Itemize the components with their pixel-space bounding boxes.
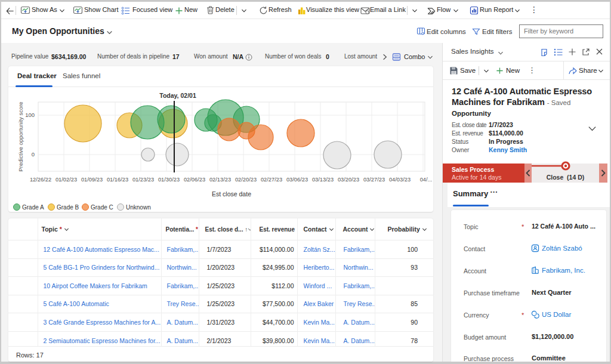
svg-text:04/...: 04/... bbox=[420, 177, 433, 183]
svg-text:100: 100 bbox=[25, 112, 35, 118]
svg-text:04/03/23: 04/03/23 bbox=[389, 177, 411, 183]
svg-text:03/27/23: 03/27/23 bbox=[363, 177, 385, 183]
svg-text:01/09/23: 01/09/23 bbox=[81, 177, 103, 183]
svg-text:03/13/23: 03/13/23 bbox=[312, 177, 334, 183]
svg-text:Predictive opportunity score: Predictive opportunity score bbox=[17, 101, 24, 171]
svg-text:Grade A: Grade A bbox=[22, 204, 44, 211]
svg-text:01/02/23: 01/02/23 bbox=[55, 177, 77, 183]
svg-text:03/06/23: 03/06/23 bbox=[286, 177, 308, 183]
svg-text:02/13/23: 02/13/23 bbox=[209, 177, 231, 183]
svg-text:0: 0 bbox=[32, 151, 35, 158]
svg-text:02/06/23: 02/06/23 bbox=[184, 177, 205, 183]
svg-text:Grade C: Grade C bbox=[91, 204, 113, 211]
svg-text:01/30/23: 01/30/23 bbox=[158, 177, 180, 183]
svg-text:Est close date: Est close date bbox=[212, 190, 251, 198]
svg-text:12/26/22: 12/26/22 bbox=[30, 177, 51, 183]
svg-text:Unknown: Unknown bbox=[126, 204, 151, 211]
svg-text:01/16/23: 01/16/23 bbox=[107, 177, 128, 183]
svg-text:Grade B: Grade B bbox=[57, 204, 79, 211]
svg-text:02/20/23: 02/20/23 bbox=[235, 177, 257, 183]
svg-text:03/20/23: 03/20/23 bbox=[338, 177, 359, 183]
svg-text:02/27/23: 02/27/23 bbox=[261, 177, 282, 183]
svg-text:Today, 02/01: Today, 02/01 bbox=[159, 92, 196, 99]
svg-text:01/23/23: 01/23/23 bbox=[132, 177, 154, 183]
